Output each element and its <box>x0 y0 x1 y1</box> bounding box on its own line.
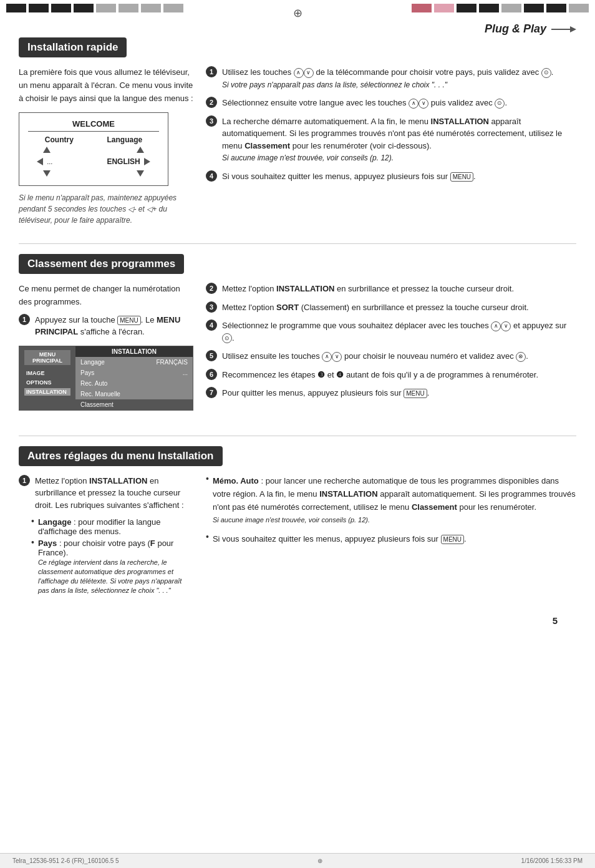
bar-block-1 <box>6 4 26 12</box>
welcome-row-middle: ... ENGLISH <box>28 155 159 168</box>
autres-step1: 1 Mettez l'option INSTALLATION en surbri… <box>19 475 193 512</box>
page-content: Installation rapide La première fois que… <box>0 0 595 645</box>
section3-right: • Mémo. Auto : pour lancer une recherche… <box>206 475 576 598</box>
welcome-left-nav: ... <box>37 158 52 165</box>
welcome-box: WELCOME Country Language ... <box>19 112 168 186</box>
classement-step1: 1 Appuyez sur la touche MENU. Le MENU PR… <box>19 314 193 338</box>
sub-item-pays: • Pays : pour choisir votre pays (F pour… <box>31 539 193 595</box>
bullet-dot-memo: • <box>206 474 209 484</box>
bar-block-r3 <box>457 4 476 12</box>
bar-block-7 <box>141 4 161 12</box>
btn-down-icon: ∨ <box>304 68 314 78</box>
classement-step3: 3 Mettez l'option SORT (Classement) en s… <box>206 301 576 314</box>
menu-right-classement: Classement <box>75 399 193 410</box>
classement-step2-circle: 2 <box>206 283 217 294</box>
memo-auto-item: • Mémo. Auto : pour lancer une recherche… <box>206 475 576 527</box>
menu-right-rec-auto: Rec. Auto <box>75 378 193 389</box>
footer-left-text: Telra_12536-951 2-6 (FR)_160106.5 5 <box>12 857 119 864</box>
arrow-up-country <box>43 147 51 153</box>
section3-left: 1 Mettez l'option INSTALLATION en surbri… <box>19 475 193 598</box>
section1-right: 1 Utilisez les touches ∧∨ de la télécomm… <box>206 66 576 226</box>
section3-body: 1 Mettez l'option INSTALLATION en surbri… <box>19 475 576 598</box>
bar-block-r1 <box>412 4 432 12</box>
btn-down4-icon: ∨ <box>332 352 342 362</box>
menu-item-image: IMAGE <box>24 369 70 377</box>
btn-up-icon: ∧ <box>294 68 304 78</box>
divider-2 <box>19 436 576 436</box>
welcome-title: WELCOME <box>28 119 159 132</box>
menu-principal-title: MENU PRINCIPAL <box>24 350 70 365</box>
classement-step4-text: Sélectionnez le programme que vous souha… <box>222 319 576 344</box>
menu-btn-icon: MENU <box>450 172 473 182</box>
arrow-right-icon <box>144 158 150 165</box>
section-installation-rapide: Installation rapide La première fois que… <box>19 37 576 226</box>
divider-1 <box>19 243 576 244</box>
welcome-cols: Country Language <box>28 135 159 144</box>
menu-btn3-icon: MENU <box>404 389 427 398</box>
section-autres-reglages: Autres réglages du menu Installation 1 M… <box>19 446 576 598</box>
welcome-dots: ... <box>47 158 52 165</box>
section1-italic-note: Si le menu n'apparaît pas, maintenez app… <box>19 192 193 226</box>
menu-right-langage: Langage FRANÇAIS <box>75 357 193 368</box>
step3-circle: 3 <box>206 115 217 127</box>
bar-block-r6 <box>524 4 544 12</box>
sub-item-pays-text: Pays : pour choisir votre pays (F pour F… <box>38 539 193 595</box>
classement-step4-circle: 4 <box>206 319 217 331</box>
section1-step1: 1 Utilisez les touches ∧∨ de la télécomm… <box>206 66 576 90</box>
arrow-down-language <box>137 170 144 177</box>
welcome-arrows-up <box>28 147 159 153</box>
section2-title: Classement des programmes <box>19 254 184 274</box>
bullet-dot-langage: • <box>31 516 34 536</box>
sub-item-langage: • Langage : pour modifier la langue d'af… <box>31 517 193 536</box>
section2-intro: Ce menu permet de changer la numérotatio… <box>19 283 193 309</box>
bullet-dot-quitter: • <box>206 532 209 542</box>
bar-block-6 <box>119 4 138 12</box>
top-bar-right <box>405 0 595 16</box>
step1-text: Utilisez les touches ∧∨ de la télécomman… <box>222 66 576 90</box>
bar-block-4 <box>74 4 94 12</box>
btn-up4-icon: ∧ <box>322 352 332 362</box>
footer-right-text: 1/16/2006 1:56:33 PM <box>521 857 583 864</box>
memo-auto-text: Mémo. Auto : pour lancer une recherche a… <box>213 475 576 527</box>
welcome-english-label: ENGLISH <box>107 157 140 166</box>
plug-play-banner: Plug & Play <box>485 22 576 36</box>
section1-step2: 2 Sélectionnez ensuite votre langue avec… <box>206 97 576 109</box>
section1-intro: La première fois que vous allumez le tél… <box>19 66 193 105</box>
step2-text: Sélectionnez ensuite votre langue avec l… <box>222 97 576 109</box>
classement-step3-text: Mettez l'option SORT (Classement) en sur… <box>222 301 576 314</box>
classement-step2-text: Mettez l'option INSTALLATION en surbrill… <box>222 283 576 295</box>
section1-left: La première fois que vous allumez le tél… <box>19 66 193 226</box>
section1-step3: 3 La recherche démarre automatiquement. … <box>206 115 576 164</box>
pays-label: Pays <box>80 369 94 376</box>
autres-step1-text: Mettez l'option INSTALLATION en surbrill… <box>35 475 193 512</box>
quitter-menus-text: Si vous souhaitez quitter les menus, app… <box>213 533 467 546</box>
btn-up2-icon: ∧ <box>409 99 418 109</box>
plug-play-arrow-icon <box>551 26 576 33</box>
bar-block-3 <box>51 4 71 12</box>
classement-step5: 5 Utilisez ensuite les touches ∧∨ pour c… <box>206 350 576 363</box>
footer-center: ⊕ <box>317 857 322 864</box>
pays-value: ... <box>183 369 188 376</box>
bottom-bar: Telra_12536-951 2-6 (FR)_160106.5 5 ⊕ 1/… <box>0 853 595 868</box>
langage-label: Langage <box>80 359 105 366</box>
btn-down3-icon: ∨ <box>501 321 511 331</box>
arrow-up-language <box>137 147 144 153</box>
arrow-down-country <box>43 170 51 177</box>
step3-text: La recherche démarre automatiquement. A … <box>222 115 576 164</box>
autres-step1-circle: 1 <box>19 475 30 486</box>
arrow-left-icon <box>37 158 43 165</box>
langage-value: FRANÇAIS <box>156 359 188 366</box>
bar-block-r2 <box>434 4 454 12</box>
btn-ok2-icon: ⊙ <box>495 99 505 109</box>
welcome-col2: Language <box>107 135 142 144</box>
classement-step7: 7 Pour quitter les menus, appuyez plusie… <box>206 387 576 399</box>
section2-right: 2 Mettez l'option INSTALLATION en surbri… <box>206 283 576 418</box>
section1-title: Installation rapide <box>19 37 127 57</box>
classement-step5-text: Utilisez ensuite les touches ∧∨ pour cho… <box>222 350 576 363</box>
step4-circle: 4 <box>206 170 217 182</box>
bar-block-r7 <box>546 4 566 12</box>
section2-body: Ce menu permet de changer la numérotatio… <box>19 283 576 418</box>
menu-left-panel: MENU PRINCIPAL IMAGE OPTIONS INSTALLATIO… <box>19 346 75 410</box>
classement-step5-circle: 5 <box>206 350 217 361</box>
classement-step3-circle: 3 <box>206 301 217 313</box>
